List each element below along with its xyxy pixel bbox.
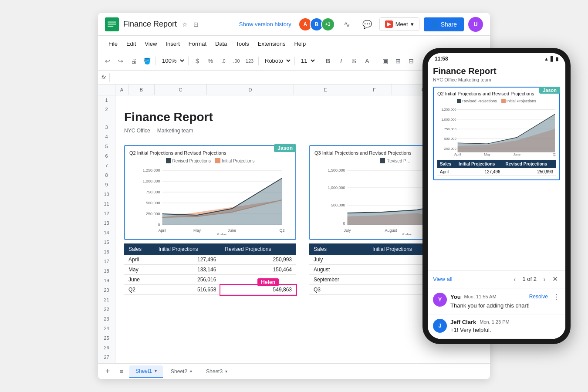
tab-sheet1-label: Sheet1 xyxy=(135,368,152,374)
cell-august-label: August xyxy=(309,265,368,275)
tab-sheet1-dropdown[interactable]: ▾ xyxy=(155,368,157,373)
version-history-link[interactable]: Show version history xyxy=(239,21,291,27)
menu-data[interactable]: Data xyxy=(212,39,230,49)
tab-sheet3-dropdown[interactable]: ▾ xyxy=(225,369,227,374)
toolbar-divider-4 xyxy=(294,57,295,65)
row-14: 14 xyxy=(98,228,115,237)
cell-q2-label: Q2 xyxy=(124,285,154,295)
row-2: 2 xyxy=(98,105,115,122)
menu-view[interactable]: View xyxy=(141,39,160,49)
toolbar-divider-1 xyxy=(155,57,156,65)
font-size-select[interactable]: 11 xyxy=(297,56,316,65)
svg-text:1,250,000: 1,250,000 xyxy=(441,108,456,112)
comment-header-you: You Mon, 11:55 AM Resolve ⋮ xyxy=(450,293,560,301)
svg-text:June: June xyxy=(513,152,520,156)
q2-table: Sales Initial Projections Revised Projec… xyxy=(124,243,296,295)
currency-button[interactable]: $ xyxy=(191,55,203,67)
tabs-bar: + ≡ Sheet1 ▾ Sheet2 ▾ Sheet3 ▾ xyxy=(98,363,490,379)
redo-button[interactable]: ↪ xyxy=(115,55,127,67)
tab-sheet2[interactable]: Sheet2 ▾ xyxy=(165,366,198,377)
row-16: 16 xyxy=(98,247,115,257)
signal-icon: ▋ xyxy=(551,56,554,62)
prev-comment-button[interactable]: ‹ xyxy=(509,274,520,284)
svg-text:Sales: Sales xyxy=(217,233,227,235)
toolbar-divider-7 xyxy=(420,57,420,65)
next-comment-button[interactable]: › xyxy=(539,274,550,284)
cell-july-label: July xyxy=(309,255,368,265)
formula-label: fx xyxy=(101,74,106,81)
view-all-link[interactable]: View all xyxy=(433,276,453,282)
paint-format-button[interactable]: 🪣 xyxy=(141,55,153,67)
menu-insert[interactable]: Insert xyxy=(162,39,183,49)
star-icon[interactable]: ☆ xyxy=(180,20,189,29)
phone-report-title: Finance Report xyxy=(433,66,560,76)
tab-sheet2-dropdown[interactable]: ▾ xyxy=(190,369,192,374)
svg-text:250,000: 250,000 xyxy=(444,147,457,151)
comment-body-jeff: Jeff Clark Mon, 1:23 PM +1! Very helpful… xyxy=(450,319,560,334)
row-3: 3 xyxy=(98,122,115,132)
tab-sheet3[interactable]: Sheet3 ▾ xyxy=(200,366,233,377)
bold-button[interactable]: B xyxy=(322,55,334,67)
font-select[interactable]: Roboto xyxy=(261,56,292,65)
phone-cell-april-revised: 250,993 xyxy=(503,168,556,176)
menu-file[interactable]: File xyxy=(105,39,121,49)
legend-initial: Initial Projections xyxy=(215,158,255,163)
add-sheet-button[interactable]: + xyxy=(101,365,114,378)
row-12: 12 xyxy=(98,209,115,218)
comments-header: View all ‹ 1 of 2 › ✕ xyxy=(428,270,565,288)
svg-marker-17 xyxy=(162,178,282,225)
table-row: April 127,496 250,993 xyxy=(124,255,296,265)
title-icon-group: ☆ ⊡ xyxy=(180,20,200,29)
phone-time: 11:58 xyxy=(435,56,448,62)
fill-color-button[interactable]: ▣ xyxy=(379,55,391,67)
comment-icon[interactable]: 💬 xyxy=(359,17,375,32)
drive-icon[interactable]: ⊡ xyxy=(192,20,200,29)
table-row: June 256,016 Helen xyxy=(124,275,296,285)
svg-rect-3 xyxy=(108,26,113,27)
svg-text:Q2: Q2 xyxy=(279,228,284,233)
merge-button[interactable]: ⊟ xyxy=(405,55,417,67)
phone-table-row: April 127,496 250,993 xyxy=(437,168,556,176)
meet-button[interactable]: ▶ Meet ▾ xyxy=(379,17,419,31)
italic-button[interactable]: I xyxy=(335,55,347,67)
tab-sheet1[interactable]: Sheet1 ▾ xyxy=(129,365,163,378)
user-avatar[interactable]: U xyxy=(468,17,483,32)
svg-text:500,000: 500,000 xyxy=(444,137,457,141)
menu-format[interactable]: Format xyxy=(185,39,210,49)
comment-body-you: You Mon, 11:55 AM Resolve ⋮ Thank you fo… xyxy=(450,293,560,310)
more-options-button[interactable]: ⋮ xyxy=(553,293,560,301)
comment-header-jeff: Jeff Clark Mon, 1:23 PM xyxy=(450,319,560,325)
sheets-icon xyxy=(105,17,119,31)
undo-button[interactable]: ↩ xyxy=(101,55,114,67)
menu-extensions[interactable]: Extensions xyxy=(254,39,289,49)
borders-button[interactable]: ⊞ xyxy=(392,55,404,67)
strikethrough-button[interactable]: S xyxy=(348,55,360,67)
row-8: 8 xyxy=(98,170,115,180)
dec-decrease[interactable]: .0 xyxy=(217,55,230,67)
jason-cursor-label: Jason xyxy=(274,144,296,152)
comment-item-jeff: J Jeff Clark Mon, 1:23 PM +1! Very helpf… xyxy=(428,314,565,339)
row-23: 23 xyxy=(98,314,115,324)
close-comments-button[interactable]: ✕ xyxy=(550,274,560,284)
q2-table-container: Sales Initial Projections Revised Projec… xyxy=(124,243,296,295)
toolbar-divider-3 xyxy=(258,57,259,65)
legend-revised-dot xyxy=(166,158,171,163)
font-color-button[interactable]: A xyxy=(361,55,373,67)
menu-bar: File Edit View Insert Format Data Tools … xyxy=(98,36,490,51)
subtitle-office: NYC Office xyxy=(124,128,150,134)
phone-mockup: 11:58 ▲ ▋ ▮ Finance Report NYC Office Ma… xyxy=(422,48,571,344)
phone-th-initial: Initial Projections xyxy=(456,160,503,168)
percent-button[interactable]: % xyxy=(204,55,216,67)
sheet-list-button[interactable]: ≡ xyxy=(115,365,128,378)
zoom-select[interactable]: 100% xyxy=(159,56,186,65)
dec-increase[interactable]: .00 xyxy=(230,55,243,67)
menu-tools[interactable]: Tools xyxy=(232,39,252,49)
menu-edit[interactable]: Edit xyxy=(123,39,139,49)
print-button[interactable]: 🖨 xyxy=(128,55,140,67)
sparkline-icon[interactable]: ∿ xyxy=(339,17,355,32)
resolve-button[interactable]: Resolve xyxy=(529,294,548,300)
format-number[interactable]: 123 xyxy=(243,55,256,67)
menu-help[interactable]: Help xyxy=(291,39,309,49)
share-button[interactable]: 👤 Share xyxy=(424,17,464,31)
svg-text:June: June xyxy=(228,228,237,233)
